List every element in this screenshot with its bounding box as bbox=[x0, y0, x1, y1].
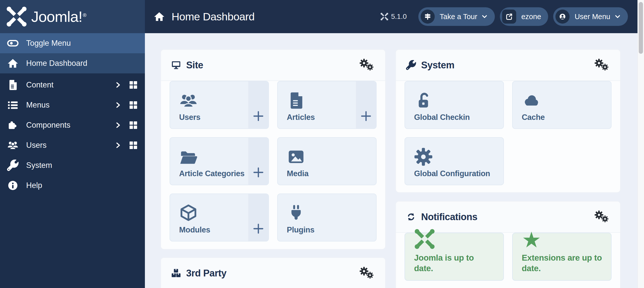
grid-icon bbox=[128, 80, 138, 90]
topbar: Home Dashboard 5.1.0 Take a Tour ezone bbox=[145, 0, 644, 33]
card-notifications-body: Joomla is up to date. ★ Extensions are u… bbox=[396, 233, 620, 288]
card-title: 3rd Party bbox=[186, 268, 226, 279]
tile-article-categories[interactable]: Article Categories bbox=[170, 137, 269, 185]
user-circle-icon bbox=[555, 10, 570, 24]
user-menu-button[interactable]: User Menu bbox=[553, 7, 628, 26]
star-icon: ★ bbox=[522, 229, 602, 251]
sidebar-item-system[interactable]: System bbox=[0, 155, 145, 175]
tile-label: Article Categories bbox=[179, 169, 259, 178]
components-dashboard-button[interactable] bbox=[128, 120, 138, 130]
external-link-icon bbox=[502, 10, 516, 24]
card-settings-button[interactable] bbox=[594, 59, 610, 72]
users-icon bbox=[7, 139, 19, 151]
list-icon bbox=[7, 99, 19, 111]
add-article-button[interactable] bbox=[356, 81, 376, 128]
refresh-icon bbox=[406, 212, 416, 222]
cloud-icon bbox=[522, 91, 540, 110]
gear-icon bbox=[601, 64, 609, 71]
sidebar-item-help[interactable]: Help bbox=[0, 175, 145, 196]
card-settings-button[interactable] bbox=[359, 59, 375, 72]
boxes-icon bbox=[171, 268, 181, 278]
sidebar-item-label: System bbox=[26, 161, 52, 170]
sidebar-item-menus[interactable]: Menus bbox=[0, 95, 145, 115]
tile-label: Cache bbox=[522, 113, 602, 122]
card-settings-button[interactable] bbox=[359, 267, 375, 280]
cube-icon bbox=[179, 204, 198, 222]
chevron-right-icon bbox=[114, 121, 122, 129]
take-a-tour-button[interactable]: Take a Tour bbox=[418, 7, 495, 26]
wrench-icon bbox=[406, 60, 416, 70]
joomla-logo[interactable]: Joomla! ® bbox=[0, 0, 145, 33]
tile-media[interactable]: Media bbox=[277, 137, 377, 185]
users-icon bbox=[179, 91, 198, 110]
grid-icon bbox=[128, 100, 138, 110]
sidebar-item-label: Help bbox=[26, 181, 42, 190]
chevron-down-icon bbox=[481, 13, 488, 20]
site-name-label: ezone bbox=[521, 13, 541, 21]
content-dashboard-button[interactable] bbox=[128, 80, 138, 90]
user-menu-label: User Menu bbox=[575, 13, 610, 21]
add-module-button[interactable] bbox=[248, 194, 268, 241]
joomla-version: 5.1.0 bbox=[380, 13, 407, 21]
card-site: Site Users Articles bbox=[160, 49, 386, 250]
grid-icon bbox=[128, 120, 138, 130]
tile-extensions-update-status[interactable]: ★ Extensions are up to date. bbox=[512, 233, 612, 281]
site-preview-button[interactable]: ezone bbox=[500, 7, 548, 26]
chevron-down-icon bbox=[614, 13, 621, 20]
registered-mark: ® bbox=[83, 12, 87, 18]
tile-label: Media bbox=[287, 169, 367, 178]
tile-label: Users bbox=[179, 113, 259, 122]
version-text: 5.1.0 bbox=[391, 13, 407, 21]
sidebar-item-users[interactable]: Users bbox=[0, 135, 145, 155]
tile-plugins[interactable]: Plugins bbox=[277, 194, 377, 242]
gear-icon bbox=[414, 148, 433, 166]
add-category-button[interactable] bbox=[248, 138, 268, 185]
toggle-icon bbox=[7, 37, 19, 49]
card-site-body: Users Articles Article Categories bbox=[161, 81, 385, 250]
menus-dashboard-button[interactable] bbox=[128, 100, 138, 110]
sidebar: Joomla! ® Toggle Menu Home Dashboard Con… bbox=[0, 0, 145, 288]
signpost-glyph bbox=[424, 13, 432, 21]
dashboard-main: Site Users Articles bbox=[145, 33, 644, 288]
tile-global-configuration[interactable]: Global Configuration bbox=[405, 137, 504, 185]
card-system-body: Global Checkin Cache Global Configuratio… bbox=[396, 81, 620, 193]
tile-label: Plugins bbox=[287, 225, 367, 234]
sidebar-item-home-dashboard[interactable]: Home Dashboard bbox=[0, 53, 145, 73]
tile-global-checkin[interactable]: Global Checkin bbox=[405, 81, 504, 129]
tile-label: Global Checkin bbox=[414, 113, 494, 122]
sidebar-item-label: Components bbox=[26, 121, 70, 130]
scrollbar-thumb[interactable] bbox=[639, 2, 643, 54]
card-title: Notifications bbox=[421, 212, 477, 222]
sidebar-item-content[interactable]: Content bbox=[0, 75, 145, 95]
puzzle-icon bbox=[7, 119, 19, 131]
gear-icon bbox=[367, 64, 374, 71]
home-icon bbox=[7, 58, 19, 69]
plus-icon bbox=[253, 110, 264, 122]
toggle-menu-button[interactable]: Toggle Menu bbox=[0, 33, 145, 53]
scrollbar bbox=[637, 0, 644, 288]
sidebar-item-components[interactable]: Components bbox=[0, 115, 145, 135]
tile-users[interactable]: Users bbox=[170, 81, 269, 129]
tile-modules[interactable]: Modules bbox=[170, 194, 269, 242]
add-user-button[interactable] bbox=[248, 81, 268, 128]
tile-cache[interactable]: Cache bbox=[512, 81, 612, 129]
card-settings-button[interactable] bbox=[594, 210, 610, 223]
joomla-admin-dashboard: Joomla! ® Toggle Menu Home Dashboard Con… bbox=[0, 0, 644, 288]
home-icon bbox=[153, 11, 165, 22]
chevron-right-icon bbox=[114, 141, 122, 149]
status-text: Extensions are up to date. bbox=[522, 253, 602, 274]
plus-icon bbox=[253, 223, 264, 234]
folder-open-icon bbox=[179, 148, 198, 166]
tile-joomla-update-status[interactable]: Joomla is up to date. bbox=[405, 233, 504, 281]
tile-articles[interactable]: Articles bbox=[277, 81, 377, 129]
chevron-right-icon bbox=[114, 101, 122, 109]
page-title: Home Dashboard bbox=[153, 11, 255, 23]
sidebar-item-label: Users bbox=[26, 141, 47, 150]
gear-icon bbox=[601, 215, 609, 222]
tile-label: Articles bbox=[287, 113, 367, 122]
card-notifications: Notifications Joomla is up to date. ★ Ex… bbox=[395, 201, 621, 288]
desktop-icon bbox=[171, 60, 181, 70]
card-third-party: 3rd Party bbox=[160, 257, 386, 288]
card-title: System bbox=[421, 60, 454, 71]
users-dashboard-button[interactable] bbox=[128, 140, 138, 150]
